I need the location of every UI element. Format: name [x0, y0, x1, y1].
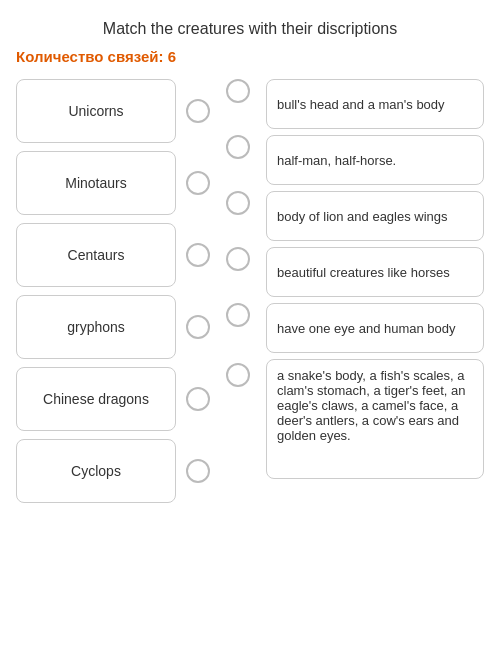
left-box-chinese-dragons: Chinese dragons: [16, 367, 176, 431]
radio-desc4[interactable]: [226, 247, 250, 271]
radio-unicorns[interactable]: [186, 99, 210, 123]
left-item-gryphons: gryphons: [16, 295, 226, 359]
right-box-desc6: a snake's body, a fish's scales, a clam'…: [266, 359, 484, 479]
radio-gryphons[interactable]: [186, 315, 210, 339]
left-box-unicorns: Unicorns: [16, 79, 176, 143]
right-item-desc4: beautiful creatures like horses: [226, 247, 484, 297]
left-item-unicorns: Unicorns: [16, 79, 226, 143]
right-item-desc1: bull's head and a man's body: [226, 79, 484, 129]
centaurs-label: Centaurs: [68, 247, 125, 263]
right-item-desc3: body of lion and eagles wings: [226, 191, 484, 241]
right-item-desc5: have one eye and human body: [226, 303, 484, 353]
left-item-cyclops: Cyclops: [16, 439, 226, 503]
desc6-text: a snake's body, a fish's scales, a clam'…: [277, 368, 473, 443]
desc3-text: body of lion and eagles wings: [277, 209, 448, 224]
right-box-desc4: beautiful creatures like horses: [266, 247, 484, 297]
right-box-desc1: bull's head and a man's body: [266, 79, 484, 129]
desc4-text: beautiful creatures like horses: [277, 265, 450, 280]
left-box-cyclops: Cyclops: [16, 439, 176, 503]
radio-minotaurs[interactable]: [186, 171, 210, 195]
left-box-minotaurs: Minotaurs: [16, 151, 176, 215]
radio-centaurs[interactable]: [186, 243, 210, 267]
radio-desc1[interactable]: [226, 79, 250, 103]
left-column: Unicorns Minotaurs Centaurs gryphons: [16, 79, 226, 503]
matching-area: Unicorns Minotaurs Centaurs gryphons: [16, 79, 484, 503]
radio-chinese-dragons[interactable]: [186, 387, 210, 411]
radio-desc3[interactable]: [226, 191, 250, 215]
right-item-desc2: half-man, half-horse.: [226, 135, 484, 185]
desc2-text: half-man, half-horse.: [277, 153, 396, 168]
connections-count: Количество связей: 6: [16, 48, 484, 65]
desc1-text: bull's head and a man's body: [277, 97, 445, 112]
radio-desc5[interactable]: [226, 303, 250, 327]
right-item-desc6: a snake's body, a fish's scales, a clam'…: [226, 359, 484, 479]
radio-desc6[interactable]: [226, 363, 250, 387]
right-box-desc5: have one eye and human body: [266, 303, 484, 353]
left-item-chinese-dragons: Chinese dragons: [16, 367, 226, 431]
left-box-gryphons: gryphons: [16, 295, 176, 359]
left-item-minotaurs: Minotaurs: [16, 151, 226, 215]
radio-cyclops[interactable]: [186, 459, 210, 483]
gryphons-label: gryphons: [67, 319, 125, 335]
right-box-desc3: body of lion and eagles wings: [266, 191, 484, 241]
page-title: Match the creatures with their discripti…: [16, 20, 484, 38]
chinese-dragons-label: Chinese dragons: [43, 391, 149, 407]
right-column: bull's head and a man's body half-man, h…: [226, 79, 484, 503]
minotaurs-label: Minotaurs: [65, 175, 126, 191]
right-box-desc2: half-man, half-horse.: [266, 135, 484, 185]
left-box-centaurs: Centaurs: [16, 223, 176, 287]
radio-desc2[interactable]: [226, 135, 250, 159]
cyclops-label: Cyclops: [71, 463, 121, 479]
desc5-text: have one eye and human body: [277, 321, 456, 336]
left-item-centaurs: Centaurs: [16, 223, 226, 287]
unicorns-label: Unicorns: [68, 103, 123, 119]
